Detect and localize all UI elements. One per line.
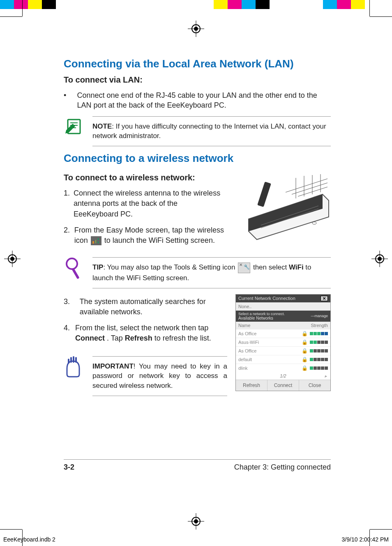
color-swatch — [228, 0, 242, 9]
registration-mark-icon — [188, 21, 204, 37]
col-strength: Strength — [311, 323, 328, 328]
svg-rect-35 — [70, 357, 72, 363]
slug-filename: EeeKeyboard.indb 2 — [3, 536, 55, 543]
subhead-lan: To connect via LAN: — [64, 75, 331, 85]
lock-icon: 🔒 — [302, 339, 307, 345]
page-number: 3-2 — [64, 463, 74, 472]
color-swatch — [174, 0, 194, 9]
note-icon — [64, 116, 92, 139]
network-name: As Office — [238, 348, 302, 353]
color-swatch — [76, 0, 95, 9]
tip-text: TIP: You may also tap the Tools & Settin… — [92, 257, 331, 288]
connect-button[interactable]: Connect — [267, 380, 299, 391]
bullet-marker: • — [64, 90, 77, 111]
color-swatch — [337, 0, 351, 9]
color-swatch — [28, 0, 42, 9]
signal-strength-icon — [310, 341, 328, 344]
wifi-settings-panel: Current Network Connection ✕ None.. Sele… — [235, 294, 331, 391]
next-page-icon[interactable]: ▸ — [325, 373, 327, 379]
network-row[interactable]: As Office🔒 — [236, 346, 330, 355]
device-illustration — [232, 170, 331, 246]
important-text: IMPORTANT! You may need to key in a pass… — [92, 356, 227, 396]
color-swatch — [115, 0, 135, 9]
color-swatch — [154, 0, 174, 9]
wifi-section-bottom: 3. The system automatically searches for… — [64, 294, 331, 402]
color-swatch — [351, 0, 365, 9]
network-name: default — [238, 357, 302, 362]
list-item: • Connect one end of the RJ-45 cable to … — [64, 90, 331, 111]
step-number: 4. — [64, 323, 75, 343]
svg-rect-24 — [257, 182, 271, 207]
manage-link[interactable]: —manage — [311, 314, 328, 318]
page: Connecting via the Local Area Network (L… — [0, 0, 392, 546]
signal-strength-icon — [310, 358, 328, 361]
pager: 1/2 ▸ — [236, 372, 330, 380]
color-swatch — [194, 0, 214, 9]
svg-rect-34 — [71, 268, 79, 279]
tip-icon — [64, 257, 92, 284]
list-item: 3. The system automatically searches for… — [64, 297, 227, 317]
subhead-wifi: To connect to a wireless network: — [64, 173, 224, 182]
panel-subheader: Select a network to connect. Available N… — [236, 311, 330, 322]
color-swatch — [270, 0, 323, 9]
network-name: As Office — [238, 331, 302, 336]
tip-label: TIP — [92, 264, 103, 272]
color-swatch — [214, 0, 228, 9]
svg-rect-36 — [73, 356, 74, 363]
tip-wifi-word: WiFi — [289, 264, 304, 272]
color-swatch — [256, 0, 270, 9]
step-text: From the list, select the network then t… — [75, 323, 227, 343]
connection-status: None.. — [236, 302, 330, 311]
list-item: 4. From the list, select the network the… — [64, 323, 227, 343]
printer-color-bar — [0, 0, 392, 9]
bullet-text: Connect one end of the RJ-45 cable to yo… — [77, 90, 331, 111]
registration-mark-icon — [188, 513, 204, 530]
color-swatch — [323, 0, 337, 9]
signal-strength-icon — [310, 349, 328, 352]
network-row[interactable]: default🔒 — [236, 355, 330, 364]
step-number: 2. — [64, 225, 74, 246]
color-swatch — [56, 0, 76, 9]
signal-strength-icon — [310, 366, 328, 370]
crop-mark — [370, 529, 392, 530]
refresh-button[interactable]: Refresh — [236, 380, 267, 391]
color-swatch — [95, 0, 115, 9]
note-callout: NOTE: If you have difficulty connecting … — [64, 116, 331, 147]
tools-settings-icon — [238, 263, 250, 273]
step-text: From the Easy Mode screen, tap the wirel… — [74, 225, 224, 246]
list-item: 2. From the Easy Mode screen, tap the wi… — [64, 225, 224, 246]
text-bold: Connect — [75, 334, 105, 342]
note-text: NOTE: If you have difficulty connecting … — [92, 116, 331, 147]
signal-strength-icon — [310, 332, 328, 335]
svg-point-33 — [67, 258, 77, 269]
text-fragment: Select a network to connect. — [238, 312, 285, 316]
svg-rect-37 — [75, 357, 77, 363]
network-row[interactable]: Asus-WiFi🔒 — [236, 338, 330, 346]
registration-mark-icon — [4, 251, 21, 267]
network-row[interactable]: dlink🔒 — [236, 364, 330, 372]
tip-callout: TIP: You may also tap the Tools & Settin… — [64, 257, 331, 288]
content-area: Connecting via the Local Area Network (L… — [64, 53, 331, 402]
important-label: IMPORTANT — [92, 362, 134, 370]
text-fragment: . Tap — [107, 334, 125, 342]
text-fragment: Available Networks — [238, 316, 273, 320]
network-row[interactable]: As Office🔒 — [236, 329, 330, 338]
lock-icon: 🔒 — [302, 357, 307, 362]
panel-titlebar: Current Network Connection ✕ — [236, 295, 330, 302]
note-body: : If you have difficulty connecting to t… — [92, 122, 326, 140]
crop-mark — [370, 16, 392, 17]
color-swatch — [242, 0, 256, 9]
step-number: 3. — [64, 297, 80, 317]
close-button[interactable]: Close — [299, 380, 330, 391]
list-item: 1. Connect the wireless antenna to the w… — [64, 188, 224, 219]
svg-rect-38 — [68, 359, 69, 364]
svg-line-25 — [286, 179, 327, 192]
text-fragment: then select — [253, 264, 289, 272]
crop-mark — [369, 0, 370, 16]
text-fragment: : You may also tap the Tools & Setting i… — [103, 264, 237, 272]
lock-icon: 🔒 — [302, 348, 307, 354]
print-slug: EeeKeyboard.indb 2 3/9/10 2:00:42 PM — [0, 536, 392, 543]
network-name: dlink — [238, 366, 302, 371]
lock-icon: 🔒 — [302, 331, 307, 336]
close-icon[interactable]: ✕ — [321, 296, 328, 301]
